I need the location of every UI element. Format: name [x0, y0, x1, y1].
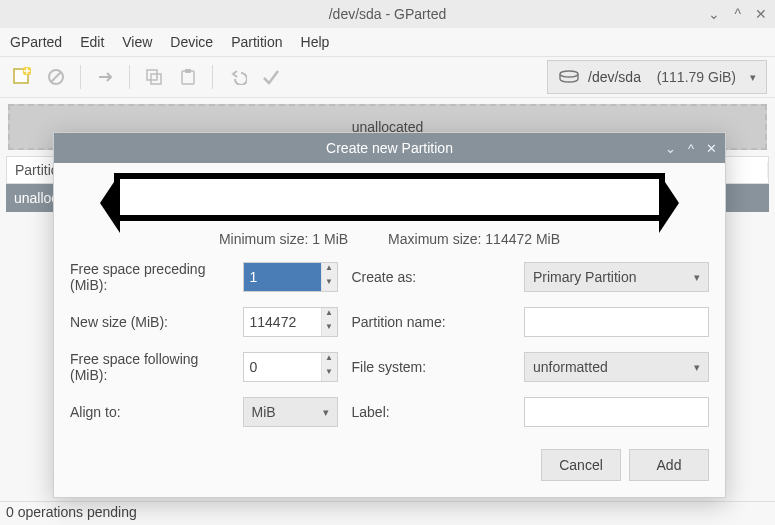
new-size-label: New size (MiB): — [70, 314, 229, 330]
new-size-field[interactable] — [244, 308, 321, 336]
dialog-max-icon[interactable]: ^ — [688, 141, 694, 156]
dialog-min-icon[interactable]: ⌄ — [665, 141, 676, 156]
free-preceding-field[interactable] — [244, 263, 321, 291]
svg-line-3 — [51, 72, 61, 82]
free-preceding-input[interactable]: ▲▼ — [243, 262, 338, 292]
statusbar: 0 operations pending — [0, 501, 775, 525]
separator — [129, 65, 130, 89]
window-controls: ⌄ ^ ✕ — [708, 6, 767, 22]
label-label: Label: — [352, 404, 511, 420]
separator — [212, 65, 213, 89]
close-icon[interactable]: ✕ — [755, 6, 767, 22]
menubar: GParted Edit View Device Partition Help — [0, 28, 775, 56]
menu-device[interactable]: Device — [170, 34, 213, 50]
min-size-label: Minimum size: 1 MiB — [219, 231, 348, 247]
filesystem-select[interactable]: unformatted — [524, 352, 709, 382]
menu-gparted[interactable]: GParted — [10, 34, 62, 50]
align-to-select[interactable]: MiB — [243, 397, 338, 427]
window-title: /dev/sda - GParted — [329, 6, 447, 22]
add-button[interactable]: Add — [629, 449, 709, 481]
free-following-field[interactable] — [244, 353, 321, 381]
maximize-icon[interactable]: ^ — [734, 6, 741, 22]
partition-name-field[interactable] — [524, 307, 709, 337]
step-down-icon[interactable]: ▼ — [322, 322, 337, 336]
undo-icon[interactable] — [223, 63, 251, 91]
svg-rect-4 — [147, 70, 157, 80]
svg-point-8 — [560, 71, 578, 77]
partition-name-label: Partition name: — [352, 314, 511, 330]
resize-handle-right[interactable] — [659, 173, 679, 233]
step-down-icon[interactable]: ▼ — [322, 367, 337, 381]
dialog-form: Free space preceding (MiB): ▲▼ Create as… — [54, 257, 725, 437]
max-size-label: Maximum size: 114472 MiB — [388, 231, 560, 247]
free-following-input[interactable]: ▲▼ — [243, 352, 338, 382]
disk-device: /dev/sda — [588, 69, 641, 85]
size-hints: Minimum size: 1 MiB Maximum size: 114472… — [54, 227, 725, 257]
free-following-label: Free space following (MiB): — [70, 351, 229, 383]
resize-icon[interactable] — [91, 63, 119, 91]
dialog-close-icon[interactable]: ✕ — [706, 141, 717, 156]
toolbar: /dev/sda (111.79 GiB) ▾ — [0, 56, 775, 98]
paste-icon[interactable] — [174, 63, 202, 91]
size-visualizer[interactable] — [114, 173, 665, 221]
menu-view[interactable]: View — [122, 34, 152, 50]
menu-edit[interactable]: Edit — [80, 34, 104, 50]
svg-rect-5 — [151, 74, 161, 84]
free-preceding-label: Free space preceding (MiB): — [70, 261, 229, 293]
minimize-icon[interactable]: ⌄ — [708, 6, 720, 22]
step-up-icon[interactable]: ▲ — [322, 353, 337, 367]
align-to-label: Align to: — [70, 404, 229, 420]
create-partition-dialog: Create new Partition ⌄ ^ ✕ Minimum size:… — [53, 132, 726, 498]
cancel-button[interactable]: Cancel — [541, 449, 621, 481]
delete-icon[interactable] — [42, 63, 70, 91]
menu-partition[interactable]: Partition — [231, 34, 282, 50]
step-up-icon[interactable]: ▲ — [322, 263, 337, 277]
create-as-label: Create as: — [352, 269, 511, 285]
separator — [80, 65, 81, 89]
apply-icon[interactable] — [257, 63, 285, 91]
disk-icon — [558, 69, 580, 85]
status-text: 0 operations pending — [6, 504, 137, 520]
new-size-input[interactable]: ▲▼ — [243, 307, 338, 337]
new-partition-icon[interactable] — [8, 63, 36, 91]
copy-icon[interactable] — [140, 63, 168, 91]
step-down-icon[interactable]: ▼ — [322, 277, 337, 291]
dialog-title: Create new Partition — [326, 140, 453, 156]
resize-handle-left[interactable] — [100, 173, 120, 233]
dialog-titlebar: Create new Partition ⌄ ^ ✕ — [54, 133, 725, 163]
step-up-icon[interactable]: ▲ — [322, 308, 337, 322]
window-titlebar: /dev/sda - GParted ⌄ ^ ✕ — [0, 0, 775, 28]
chevron-down-icon: ▾ — [750, 71, 756, 84]
disk-size: (111.79 GiB) — [657, 69, 736, 85]
label-field[interactable] — [524, 397, 709, 427]
menu-help[interactable]: Help — [301, 34, 330, 50]
svg-rect-7 — [185, 69, 191, 73]
filesystem-label: File system: — [352, 359, 511, 375]
create-as-select[interactable]: Primary Partition — [524, 262, 709, 292]
disk-selector[interactable]: /dev/sda (111.79 GiB) ▾ — [547, 60, 767, 94]
dialog-buttons: Cancel Add — [54, 437, 725, 497]
